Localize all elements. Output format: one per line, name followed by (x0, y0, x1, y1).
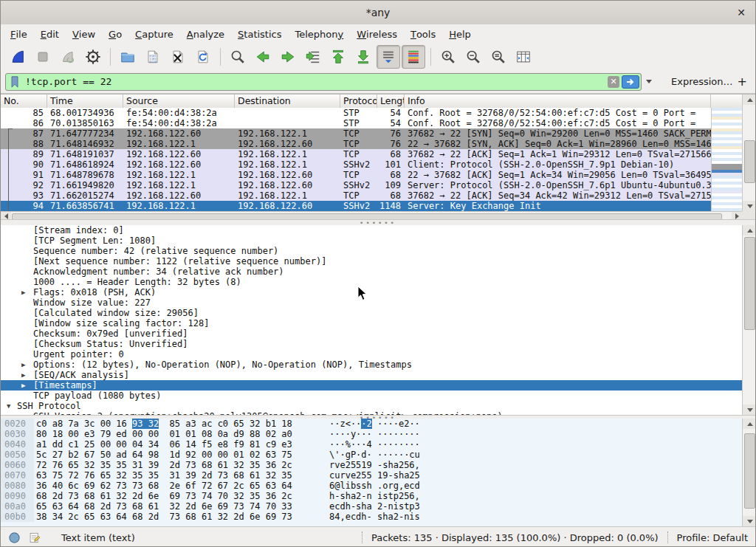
hex-row-0020[interactable]: 0020c0 a8 7a 3c 00 16 93 32 85 a3 ac c0 … (1, 419, 755, 429)
menu-tools[interactable]: Tools (404, 24, 442, 44)
colorize-icon[interactable] (402, 45, 425, 69)
detail-scroll-thumb[interactable] (744, 237, 755, 330)
detail-row[interactable]: [Calculated window size: 29056] (1, 308, 755, 318)
hex-row-0090[interactable]: 009068 2d 73 68 61 32 2d 6e 69 73 74 70 … (1, 491, 755, 501)
expander-closed-icon[interactable]: ▶ (21, 370, 25, 380)
scroll-up-icon[interactable] (743, 419, 756, 429)
hex-bytes[interactable]: 5c 27 b2 67 50 ad 64 98 1d 92 00 00 01 0… (36, 450, 292, 460)
resize-columns-icon[interactable] (512, 45, 535, 69)
capture-stop-icon[interactable] (31, 45, 55, 69)
expander-closed-icon[interactable]: ▶ (21, 380, 25, 391)
hex-row-0050[interactable]: 00505c 27 b2 67 50 ad 64 98 1d 92 00 00 … (1, 450, 755, 460)
menu-statistics[interactable]: Statistics (231, 24, 288, 44)
scroll-down-icon[interactable] (743, 201, 756, 211)
packet-row-93[interactable]: 9371.662015274192.168.122.60192.168.122.… (1, 190, 711, 201)
detail-row[interactable]: ▶Options: (12 bytes), No-Operation (NOP)… (1, 359, 755, 370)
capture-restart-icon[interactable] (56, 45, 80, 69)
display-filter-input[interactable] (24, 75, 608, 88)
filter-clear-icon[interactable]: ✕ (608, 76, 619, 88)
filter-history-dropdown-icon[interactable] (646, 80, 652, 83)
menu-help[interactable]: Help (442, 24, 478, 44)
hex-ascii[interactable]: 6@libssh .org,ecd (329, 481, 420, 491)
column-header-time[interactable]: Time (47, 94, 123, 108)
go-back-icon[interactable] (251, 45, 275, 69)
detail-row[interactable]: 1000 .... = Header Length: 32 bytes (8) (1, 277, 755, 287)
file-reload-icon[interactable] (191, 45, 215, 69)
hex-row-0080[interactable]: 008036 40 6c 69 62 73 73 68 2e 6f 72 67 … (1, 481, 755, 491)
detail-row[interactable]: [Next sequence number: 1122 (relative se… (1, 256, 755, 266)
hex-row-0030[interactable]: 003080 18 00 e3 79 ed 00 00 01 01 08 0a … (1, 429, 755, 439)
hex-ascii[interactable]: h-sha2-n istp256, (329, 491, 420, 501)
auto-scroll-icon[interactable] (377, 45, 400, 69)
expert-info-icon[interactable] (8, 531, 21, 544)
packet-list-scroll-thumb[interactable] (744, 140, 755, 183)
file-open-icon[interactable] (116, 45, 140, 69)
column-header-length[interactable]: Length (377, 94, 405, 108)
hex-bytes[interactable]: a1 dd c1 25 00 00 04 34 06 14 f5 e8 f9 8… (36, 439, 292, 450)
hex-bytes[interactable]: 72 76 65 32 35 35 31 39 2d 73 68 61 32 3… (36, 460, 292, 470)
scroll-up-icon[interactable] (743, 225, 756, 235)
hex-ascii[interactable]: 84,ecdh- sha2-nis (329, 512, 420, 522)
menu-capture[interactable]: Capture (128, 24, 180, 44)
capture-options-icon[interactable] (81, 45, 105, 69)
close-icon[interactable]: ✕ (735, 6, 748, 19)
go-to-packet-icon[interactable] (301, 45, 325, 69)
add-filter-button[interactable]: + (733, 75, 752, 89)
detail-row[interactable]: Acknowledgment number: 34 (relative ack … (1, 266, 755, 277)
zoom-100-icon[interactable] (487, 45, 510, 69)
hex-row-00a0[interactable]: 00a065 63 64 68 2d 73 68 61 32 2d 6e 69 … (1, 501, 755, 512)
column-header-protocol[interactable]: Protocol (340, 94, 377, 108)
detail-row[interactable]: ▶[SEQ/ACK analysis] (1, 370, 755, 380)
go-forward-icon[interactable] (276, 45, 300, 69)
status-profile[interactable]: Profile: Default (677, 532, 748, 543)
hex-ascii[interactable]: ····y··· ········ (329, 429, 420, 439)
capture-comment-icon[interactable] (28, 531, 41, 544)
menu-analyze[interactable]: Analyze (180, 24, 231, 44)
expression-button[interactable]: Expression… (671, 76, 733, 87)
hex-ascii[interactable]: \'·gP·d· ······cu (329, 450, 420, 460)
detail-row[interactable]: ▼SSH Protocol (1, 401, 755, 411)
menu-wireless[interactable]: Wireless (350, 24, 404, 44)
go-first-icon[interactable] (326, 45, 350, 69)
detail-row[interactable]: Checksum: 0x79ed [unverified] (1, 328, 755, 339)
expander-open-icon[interactable]: ▼ (7, 401, 10, 411)
filter-apply-icon[interactable] (622, 75, 639, 89)
intelligent-scrollbar-minimap[interactable] (711, 108, 743, 211)
hex-bytes[interactable]: 36 40 6c 69 62 73 73 68 2e 6f 72 67 2c 6… (36, 481, 292, 491)
packet-row-91[interactable]: 9171.648789678192.168.122.1192.168.122.6… (1, 170, 711, 180)
column-header-info[interactable]: Info (405, 94, 711, 108)
zoom-in-icon[interactable] (436, 45, 460, 69)
packet-row-88[interactable]: 8871.648146932192.168.122.1192.168.122.6… (1, 139, 711, 149)
zoom-out-icon[interactable] (461, 45, 485, 69)
packet-row-89[interactable]: 8971.648191037192.168.122.60192.168.122.… (1, 149, 711, 159)
expander-closed-icon[interactable]: ▶ (21, 287, 25, 297)
hex-bytes[interactable]: 80 18 00 e3 79 ed 00 00 01 01 08 0a d9 8… (36, 429, 292, 439)
expander-closed-icon[interactable]: ▶ (21, 359, 25, 370)
hex-bytes[interactable]: 38 34 2c 65 63 64 68 2d 73 68 61 32 2d 6… (36, 512, 292, 522)
hex-vscrollbar[interactable] (742, 419, 756, 526)
column-header-no[interactable]: No. (1, 94, 47, 108)
menu-edit[interactable]: Edit (34, 24, 66, 44)
hex-row-0040[interactable]: 0040a1 dd c1 25 00 00 04 34 06 14 f5 e8 … (1, 439, 755, 450)
hex-ascii[interactable]: curve255 19-sha25 (329, 470, 420, 481)
detail-row[interactable]: [TCP Segment Len: 1080] (1, 235, 755, 246)
packet-row-86[interactable]: 8670.013850163fe:54:00:d4:38:2aSTP54Conf… (1, 118, 711, 128)
detail-row[interactable]: ▶[Timestamps] (1, 380, 755, 391)
menu-go[interactable]: Go (102, 24, 128, 44)
detail-row[interactable]: TCP payload (1080 bytes) (1, 391, 755, 401)
menu-file[interactable]: File (4, 24, 34, 44)
hex-bytes[interactable]: 68 2d 73 68 61 32 2d 6e 69 73 74 70 32 3… (36, 491, 292, 501)
column-header-source[interactable]: Source (123, 94, 235, 108)
menu-telephony[interactable]: Telephony (289, 24, 351, 44)
capture-start-icon[interactable] (6, 45, 30, 69)
detail-row[interactable]: Sequence number: 42 (relative sequence n… (1, 246, 755, 256)
detail-row[interactable]: [Window size scaling factor: 128] (1, 318, 755, 328)
packet-row-92[interactable]: 9271.661949820192.168.122.1192.168.122.6… (1, 180, 711, 190)
packet-list-vscrollbar[interactable] (742, 94, 756, 211)
hex-row-0070[interactable]: 007063 75 72 76 65 32 35 35 31 39 2d 73 … (1, 470, 755, 481)
scroll-down-icon[interactable] (743, 405, 756, 415)
hex-ascii[interactable]: rve25519 -sha256, (329, 460, 420, 470)
hex-ascii[interactable]: ··z<···2 ····e2·· (329, 419, 420, 429)
detail-row[interactable]: [Checksum Status: Unverified] (1, 339, 755, 349)
hex-row-00b0[interactable]: 00b038 34 2c 65 63 64 68 2d 73 68 61 32 … (1, 512, 755, 522)
